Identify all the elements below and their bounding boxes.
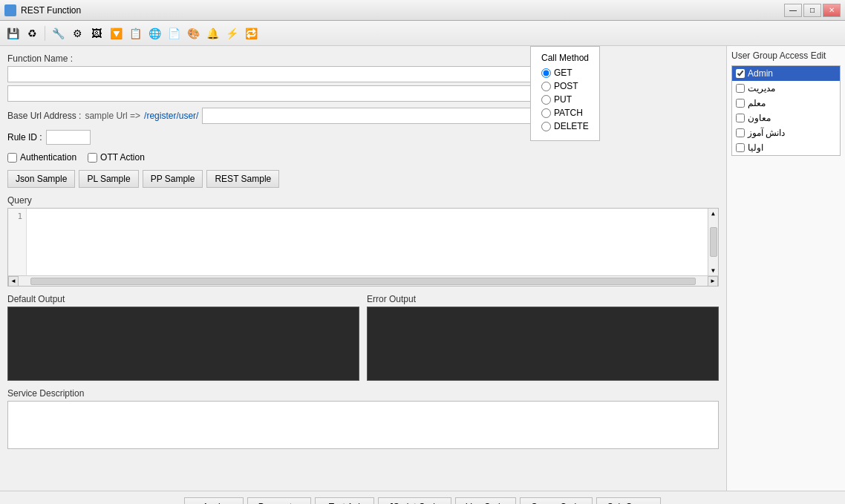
parameter-button[interactable]: Parameter — [247, 497, 311, 504]
toolbar-doc[interactable]: 📄 — [166, 25, 182, 42]
query-vscroll[interactable]: ▲ ▼ — [708, 209, 718, 275]
user-name-assistant: معاون — [748, 113, 771, 123]
description-textarea[interactable] — [7, 401, 719, 449]
user-checkbox-assistant[interactable] — [736, 114, 745, 122]
radio-put[interactable]: PUT — [541, 94, 589, 105]
radio-post-input[interactable] — [541, 82, 551, 91]
radio-put-input[interactable] — [541, 95, 551, 105]
apply-button[interactable]: Apply — [184, 497, 244, 504]
line-numbers: 1 — [8, 209, 27, 275]
user-checkbox-parent[interactable] — [736, 143, 745, 152]
radio-post[interactable]: POST — [541, 81, 589, 91]
query-area: 1 ▲ ▼ ◄ ► — [7, 208, 719, 287]
toolbar-refresh[interactable]: ♻ — [24, 25, 40, 42]
user-list: Admin مدیریت معلم معاون دانش آموز اولیا — [731, 65, 841, 156]
call-method-title: Call Method — [541, 53, 589, 63]
toolbar-image[interactable]: 🖼 — [88, 25, 105, 42]
error-output-label: Error Output — [367, 294, 719, 304]
checkboxes-row: Authentication OTT Action — [7, 152, 719, 163]
user-item-management[interactable]: مدیریت — [732, 81, 840, 96]
toolbar: 💾 ♻ 🔧 ⚙ 🖼 🔽 📋 🌐 📄 🎨 🔔 ⚡ 🔁 — [0, 21, 845, 46]
app-icon — [4, 4, 16, 16]
radio-delete[interactable]: DELETE — [541, 121, 589, 131]
radio-get-label: GET — [554, 68, 572, 78]
user-item-assistant[interactable]: معاون — [732, 111, 840, 125]
title-bar: REST Function — □ ✕ — [0, 0, 845, 21]
window-title: REST Function — [21, 5, 81, 16]
user-checkbox-admin[interactable] — [736, 69, 745, 78]
user-item-teacher[interactable]: معلم — [732, 96, 840, 111]
jscript-button[interactable]: JScript Code — [378, 497, 451, 504]
radio-get[interactable]: GET — [541, 68, 589, 78]
radio-delete-input[interactable] — [541, 122, 551, 131]
default-output-label: Default Output — [7, 294, 359, 304]
description-section: Service Description — [7, 388, 719, 451]
authentication-checkbox-label[interactable]: Authentication — [7, 152, 76, 163]
authentication-checkbox[interactable] — [7, 153, 17, 163]
user-checkbox-student[interactable] — [736, 128, 745, 137]
base-url-row: Base Url Address : sample Url => /regist… — [7, 108, 719, 124]
rest-sample-button[interactable]: REST Sample — [206, 170, 279, 188]
rule-id-row: Rule ID : 0 — [7, 130, 719, 145]
query-hscroll[interactable]: ◄ ► — [8, 275, 718, 286]
base-url-label: Base Url Address : — [7, 111, 81, 121]
toolbar-settings1[interactable]: 🔧 — [50, 25, 66, 42]
function-name-input2[interactable] — [7, 85, 600, 102]
hscroll-thumb[interactable] — [30, 278, 696, 285]
close-button[interactable]: ✕ — [823, 4, 841, 17]
window-controls: — □ ✕ — [784, 4, 841, 17]
base-url-input[interactable] — [202, 108, 579, 124]
toolbar-chart[interactable]: 🎨 — [185, 25, 201, 42]
user-name-admin: Admin — [748, 68, 773, 79]
scroll-right-btn[interactable]: ► — [708, 276, 718, 287]
maximize-button[interactable]: □ — [803, 4, 821, 17]
user-group-title: User Group Access Edit — [731, 50, 841, 61]
query-textarea[interactable] — [27, 209, 708, 275]
default-output-area — [7, 307, 359, 381]
json-sample-button[interactable]: Json Sample — [7, 170, 75, 188]
toolbar-code[interactable]: 🔁 — [243, 25, 259, 42]
query-section: Query 1 ▲ ▼ ◄ ► — [7, 195, 719, 287]
description-label: Service Description — [7, 388, 719, 399]
user-item-admin[interactable]: Admin — [732, 66, 840, 81]
radio-patch-input[interactable] — [541, 108, 551, 118]
user-checkbox-management[interactable] — [736, 84, 745, 93]
radio-get-input[interactable] — [541, 68, 551, 78]
user-item-parent[interactable]: اولیا — [732, 140, 840, 155]
function-name-input1[interactable] — [7, 66, 600, 82]
error-output-area — [367, 307, 719, 381]
toolbar-filter[interactable]: 🔽 — [108, 25, 124, 42]
radio-patch[interactable]: PATCH — [541, 108, 589, 118]
sample-buttons-row: Json Sample PL Sample PP Sample REST Sam… — [7, 170, 719, 188]
ott-action-label: OTT Action — [100, 152, 145, 163]
radio-post-label: POST — [554, 81, 578, 91]
minimize-button[interactable]: — — [784, 4, 802, 17]
toolbar-settings2[interactable]: ⚙ — [69, 25, 85, 42]
toolbar-bell[interactable]: 🔔 — [204, 25, 221, 42]
toolbar-save[interactable]: 💾 — [4, 25, 21, 42]
user-item-student[interactable]: دانش آموز — [732, 125, 840, 140]
test-api-button[interactable]: Test Api — [315, 497, 374, 504]
rule-id-input[interactable]: 0 — [46, 130, 91, 145]
bottom-buttons-bar: Apply Parameter Test Api JScript Code Vu… — [0, 491, 845, 504]
output-row: Default Output Error Output — [7, 294, 719, 381]
user-name-management: مدیریت — [748, 83, 775, 94]
toolbar-monitor[interactable]: ⚡ — [224, 25, 240, 42]
user-checkbox-teacher[interactable] — [736, 99, 745, 108]
toolbar-web[interactable]: 🌐 — [146, 25, 163, 42]
user-name-student: دانش آموز — [748, 128, 785, 138]
call-method-panel: Call Method GET POST PUT PATCH DELETE — [530, 46, 600, 141]
scroll-thumb[interactable] — [710, 227, 717, 257]
pp-sample-button[interactable]: PP Sample — [143, 170, 203, 188]
ott-action-checkbox-label[interactable]: OTT Action — [88, 152, 145, 163]
query-editor: 1 ▲ ▼ — [8, 209, 718, 275]
server-button[interactable]: Server Code — [520, 497, 592, 504]
pl-sample-button[interactable]: PL Sample — [79, 170, 138, 188]
toolbar-sep-1 — [45, 26, 45, 41]
query-label: Query — [7, 195, 719, 206]
scroll-left-btn[interactable]: ◄ — [8, 276, 19, 287]
ott-action-checkbox[interactable] — [88, 153, 97, 163]
vue-button[interactable]: Vue Code — [455, 497, 517, 504]
sub-query-button[interactable]: Sub Query — [596, 497, 661, 504]
toolbar-copy[interactable]: 📋 — [127, 25, 143, 42]
